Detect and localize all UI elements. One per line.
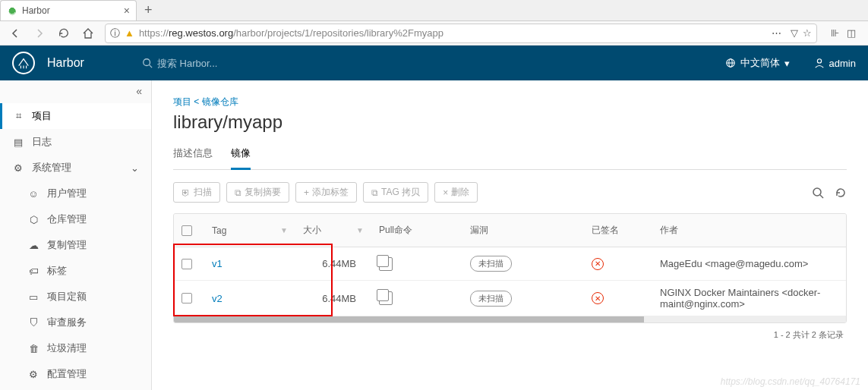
more-icon[interactable]: ⋯ bbox=[772, 27, 781, 39]
sidebar-item-registries[interactable]: ⬡仓库管理 bbox=[0, 206, 151, 232]
info-icon[interactable]: ⓘ bbox=[110, 27, 120, 40]
filter-icon[interactable]: ▼ bbox=[280, 226, 288, 234]
url-text: https://reg.westos.org/harbor/projects/1… bbox=[139, 27, 767, 39]
copy-icon: ⧉ bbox=[371, 187, 378, 198]
scan-button[interactable]: ⛨扫描 bbox=[173, 182, 220, 203]
col-author: 作者 bbox=[652, 218, 846, 243]
tag-link[interactable]: v1 bbox=[212, 258, 223, 269]
size-cell: 6.44MB bbox=[295, 287, 371, 310]
registry-icon: ⬡ bbox=[27, 214, 39, 225]
chevron-down-icon: ⌄ bbox=[131, 162, 139, 174]
lock-icon[interactable]: ▲ bbox=[125, 27, 134, 39]
vuln-badge: 未扫描 bbox=[470, 256, 512, 272]
vuln-badge: 未扫描 bbox=[470, 291, 512, 307]
collapse-sidebar-button[interactable]: « bbox=[136, 85, 142, 97]
new-tab-button[interactable]: + bbox=[137, 2, 160, 18]
copy-icon: ⧉ bbox=[235, 187, 241, 198]
breadcrumb-repo[interactable]: 镜像仓库 bbox=[202, 96, 238, 107]
copy-pull-command-button[interactable] bbox=[379, 257, 393, 271]
search-icon[interactable] bbox=[812, 187, 824, 199]
sidebar-item-admin[interactable]: ⚙ 系统管理 ⌄ bbox=[0, 155, 151, 181]
global-search[interactable] bbox=[142, 58, 309, 69]
language-selector[interactable]: 中文简体 ▾ bbox=[725, 56, 790, 70]
breadcrumb-project[interactable]: 项目 bbox=[173, 96, 191, 107]
sidebar-item-interrogation[interactable]: ⛉审查服务 bbox=[0, 310, 151, 335]
col-vuln: 漏洞 bbox=[462, 218, 584, 243]
close-icon[interactable]: × bbox=[124, 5, 130, 17]
browser-tab[interactable]: ◉ Harbor × bbox=[0, 0, 137, 20]
svg-point-6 bbox=[813, 188, 821, 196]
tab-images[interactable]: 镜像 bbox=[231, 142, 251, 170]
forward-button[interactable] bbox=[29, 23, 50, 44]
breadcrumb: 项目 < 镜像仓库 bbox=[173, 96, 847, 109]
size-cell: 6.44MB bbox=[295, 252, 371, 275]
browser-tab-strip: ◉ Harbor × + bbox=[0, 0, 868, 21]
chevron-down-icon: ▾ bbox=[784, 58, 790, 69]
tags-table: Tag▼ 大小▼ Pull命令 漏洞 已签名 作者 v1 6.44MB 未扫描 … bbox=[173, 213, 847, 323]
shield-icon: ⛉ bbox=[27, 317, 39, 329]
library-icon[interactable]: ⊪ bbox=[831, 27, 839, 39]
horizontal-scrollbar[interactable] bbox=[174, 316, 846, 322]
svg-line-1 bbox=[150, 65, 153, 68]
copy-digest-button[interactable]: ⧉复制摘要 bbox=[226, 182, 289, 203]
page-title: library/myapp bbox=[173, 112, 847, 133]
author-cell: MageEdu <mage@magedu.com> bbox=[652, 252, 846, 275]
back-button[interactable] bbox=[5, 23, 26, 44]
sidebar-item-gc[interactable]: 🗑垃圾清理 bbox=[0, 335, 151, 361]
sidebar-item-projects[interactable]: ⌗ 项目 bbox=[0, 103, 151, 129]
pagination-text: 1 - 2 共计 2 条记录 bbox=[173, 323, 847, 347]
author-cell: NGINX Docker Maintainers <docker-maint@n… bbox=[652, 281, 846, 316]
col-size[interactable]: 大小▼ bbox=[295, 218, 371, 243]
close-icon: × bbox=[443, 187, 448, 198]
col-tag[interactable]: Tag▼ bbox=[204, 219, 295, 242]
sidebar-item-quotas[interactable]: ▭项目定额 bbox=[0, 284, 151, 310]
app-header: Harbor 中文简体 ▾ admin bbox=[0, 46, 868, 80]
gear-icon: ⚙ bbox=[27, 369, 39, 380]
svg-point-0 bbox=[144, 59, 150, 66]
projects-icon: ⌗ bbox=[12, 110, 24, 122]
copy-pull-command-button[interactable] bbox=[379, 291, 393, 305]
home-button[interactable] bbox=[77, 23, 99, 44]
sidebar-item-config[interactable]: ⚙配置管理 bbox=[0, 361, 151, 387]
bookmark-icon[interactable]: ☆ bbox=[803, 27, 812, 39]
scan-icon: ⛨ bbox=[181, 187, 191, 198]
logs-icon: ▤ bbox=[12, 137, 24, 148]
content-area: 项目 < 镜像仓库 library/myapp 描述信息 镜像 ⛨扫描 ⧉复制摘… bbox=[152, 80, 868, 390]
sidebar-item-logs[interactable]: ▤ 日志 bbox=[0, 129, 151, 155]
sidebar: « ⌗ 项目 ▤ 日志 ⚙ 系统管理 ⌄ ☺用户管理 ⬡仓库管理 ☁复制管理 🏷… bbox=[0, 80, 152, 390]
search-input[interactable] bbox=[157, 58, 309, 69]
tag-link[interactable]: v2 bbox=[212, 293, 223, 304]
pocket-icon[interactable]: ▽ bbox=[791, 27, 798, 39]
users-icon: ☺ bbox=[27, 188, 39, 200]
harbor-logo-icon[interactable] bbox=[12, 52, 35, 74]
sidebar-icon[interactable]: ◫ bbox=[847, 27, 856, 39]
filter-icon[interactable]: ▼ bbox=[356, 226, 364, 234]
tab-info[interactable]: 描述信息 bbox=[173, 142, 213, 169]
browser-toolbar: ⓘ ▲ https://reg.westos.org/harbor/projec… bbox=[0, 21, 868, 46]
url-bar[interactable]: ⓘ ▲ https://reg.westos.org/harbor/projec… bbox=[105, 24, 817, 43]
sidebar-item-label: 日志 bbox=[32, 135, 52, 149]
admin-icon: ⚙ bbox=[12, 162, 24, 174]
refresh-icon[interactable] bbox=[835, 187, 847, 199]
user-label: admin bbox=[829, 58, 856, 69]
reload-button[interactable] bbox=[53, 23, 74, 44]
sidebar-item-users[interactable]: ☺用户管理 bbox=[0, 181, 151, 206]
sidebar-item-replication[interactable]: ☁复制管理 bbox=[0, 232, 151, 258]
not-signed-icon: ✕ bbox=[592, 292, 604, 304]
sub-tabs: 描述信息 镜像 bbox=[173, 142, 847, 170]
toolbar: ⛨扫描 ⧉复制摘要 +添加标签 ⧉TAG 拷贝 ×删除 bbox=[173, 182, 847, 203]
label-icon: 🏷 bbox=[27, 266, 39, 277]
table-row: v2 6.44MB 未扫描 ✕ NGINX Docker Maintainers… bbox=[174, 281, 846, 316]
add-labels-button[interactable]: +添加标签 bbox=[295, 182, 357, 203]
language-label: 中文简体 bbox=[740, 56, 780, 70]
tab-title: Harbor bbox=[22, 5, 50, 16]
tag-copy-button[interactable]: ⧉TAG 拷贝 bbox=[363, 182, 428, 203]
select-all-checkbox[interactable] bbox=[181, 225, 192, 236]
watermark: https://blog.csdn.net/qq_40764171 bbox=[721, 376, 860, 387]
delete-button[interactable]: ×删除 bbox=[434, 182, 478, 203]
row-checkbox[interactable] bbox=[181, 293, 192, 304]
sidebar-item-labels[interactable]: 🏷标签 bbox=[0, 258, 151, 284]
row-checkbox[interactable] bbox=[181, 259, 192, 269]
user-menu[interactable]: admin bbox=[814, 58, 856, 69]
globe-icon bbox=[725, 58, 736, 68]
